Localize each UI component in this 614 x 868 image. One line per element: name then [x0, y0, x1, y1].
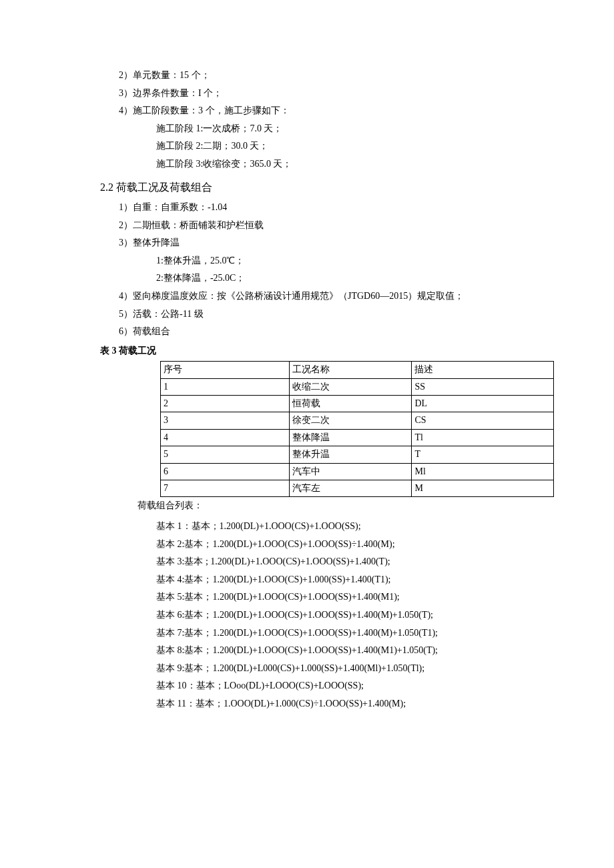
th-seq: 序号	[161, 362, 290, 378]
combo-title: 荷载组合列表：	[100, 497, 534, 515]
td-name: 汽车中	[290, 463, 412, 480]
table-row: 5 整体升温 T	[161, 446, 554, 463]
combo-line: 基本 3:基本 ; 1.200(DL)+1.OOO(CS)+1.OOO(SS)+…	[137, 553, 534, 571]
td-seq: 5	[161, 446, 290, 463]
combo-list: 基本 1：基本；1.200(DL)+1.OOO(CS)+1.OOO(SS); 基…	[100, 518, 534, 713]
td-seq: 1	[161, 378, 290, 395]
section-heading: 2.2 荷载工况及荷载组合	[100, 177, 534, 197]
td-name: 整体降温	[290, 429, 412, 446]
table-row: 2 恒荷载 DL	[161, 396, 554, 412]
combo-line: 基本 8:基本；1.200(DL)+1.OOO(CS)+1.OOO(SS)+1.…	[137, 642, 534, 660]
table-row: 7 汽车左 M	[161, 480, 554, 497]
load-case-table: 序号 工况名称 描述 1 收缩二次 SS 2 恒荷载 DL 3 徐变二次 CS …	[160, 361, 554, 497]
combo-line: 基本 10：基本；LOoo(DL)+LOOO(CS)+LOOO(SS);	[137, 677, 534, 695]
table-row: 1 收缩二次 SS	[161, 378, 554, 395]
td-desc: Ml	[412, 463, 554, 480]
td-name: 恒荷载	[290, 396, 412, 412]
combo-line: 基本 4:基本；1.200(DL)+1.OOO(CS)+1.000(SS)+1.…	[137, 571, 534, 589]
td-desc: SS	[412, 378, 554, 395]
td-name: 整体升温	[290, 446, 412, 463]
table-header-row: 序号 工况名称 描述	[161, 362, 554, 378]
combo-line: 基本 2:基本；1.200(DL)+1.OOO(CS)+1.OOO(SS)÷1.…	[137, 536, 534, 554]
table-row: 4 整体降温 Tl	[161, 429, 554, 446]
td-desc: CS	[412, 412, 554, 429]
table-row: 3 徐变二次 CS	[161, 412, 554, 429]
td-desc: T	[412, 446, 554, 463]
combo-line: 基本 1：基本；1.200(DL)+1.OOO(CS)+1.OOO(SS);	[137, 518, 534, 536]
td-seq: 7	[161, 480, 290, 497]
td-desc: Tl	[412, 429, 554, 446]
th-desc: 描述	[412, 362, 554, 378]
combo-line: 基本 5:基本；1.200(DL)+1.OOO(CS)+1.OOO(SS)+1.…	[137, 588, 534, 606]
load-subline: 2:整体降温，-25.0C；	[100, 270, 534, 288]
load-line: 2）二期恒载：桥面铺装和护栏恒载	[100, 217, 534, 235]
body-line: 3）边界条件数量：I 个；	[100, 85, 534, 103]
td-desc: DL	[412, 396, 554, 412]
th-name: 工况名称	[290, 362, 412, 378]
body-line: 4）施工阶段数量：3 个，施工步骤如下：	[100, 102, 534, 120]
load-line: 3）整体升降温	[100, 234, 534, 252]
table-row: 6 汽车中 Ml	[161, 463, 554, 480]
td-name: 收缩二次	[290, 378, 412, 395]
body-line: 2）单元数量：15 个；	[100, 67, 534, 85]
combo-line: 基本 6:基本；1.200(DL)+1.OOO(CS)+1.OOO(SS)+1.…	[137, 606, 534, 624]
load-line: 4）竖向梯度温度效应：按《公路桥涵设计通用规范》（JTGD60—2015）规定取…	[100, 288, 534, 306]
combo-line: 基本 9:基本；1.200(DL)+L000(CS)+1.000(SS)+1.4…	[137, 660, 534, 678]
td-seq: 4	[161, 429, 290, 446]
load-line: 6）荷载组合	[100, 323, 534, 341]
combo-line: 基本 7:基本；1.200(DL)+1.OOO(CS)+1.OOO(SS)+1.…	[137, 624, 534, 642]
td-name: 徐变二次	[290, 412, 412, 429]
td-seq: 3	[161, 412, 290, 429]
body-subline: 施工阶段 3:收缩徐变；365.0 天；	[100, 155, 534, 173]
td-desc: M	[412, 480, 554, 497]
load-line: 1）自重：自重系数：-1.04	[100, 199, 534, 217]
td-seq: 6	[161, 463, 290, 480]
body-subline: 施工阶段 1:一次成桥；7.0 天；	[100, 120, 534, 138]
td-seq: 2	[161, 396, 290, 412]
load-line: 5）活载：公路-11 级	[100, 306, 534, 324]
td-name: 汽车左	[290, 480, 412, 497]
load-subline: 1:整体升温，25.0℃；	[100, 252, 534, 270]
body-subline: 施工阶段 2:二期；30.0 天；	[100, 137, 534, 155]
combo-line: 基本 11：基本；1.OOO(DL)+1.000(CS)÷1.OOO(SS)+1…	[137, 695, 534, 713]
table-caption: 表 3 荷载工况	[100, 342, 534, 360]
